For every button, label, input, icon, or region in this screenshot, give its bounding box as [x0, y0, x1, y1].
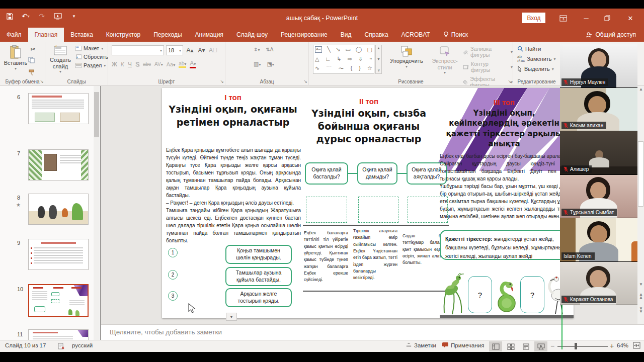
question-box-2[interactable]: ? — [520, 276, 544, 313]
video-tile-4[interactable]: Тұрсынәлі Сымбат — [560, 175, 637, 219]
arc-shape-icon[interactable]: ⌒ — [326, 65, 332, 72]
dialog-launcher-icon[interactable]: ↘ — [303, 79, 307, 84]
group1-heading[interactable]: Үзіндіні оқып, оқиғаны ретімен орналасты… — [167, 103, 299, 129]
scribble-shape-icon[interactable]: ∿ — [315, 65, 319, 72]
restore-button[interactable] — [597, 9, 618, 28]
slide-thumbnail-9[interactable] — [28, 239, 89, 270]
video-tile-2[interactable]: Касым алихан — [560, 88, 637, 132]
step-3-number[interactable]: 3 — [168, 291, 178, 301]
down-arrow-shape-icon[interactable]: ⇩ — [358, 56, 363, 62]
strikethrough-button[interactable]: abc — [143, 61, 151, 67]
dialog-launcher-icon[interactable]: ↘ — [40, 79, 44, 84]
paste-button[interactable]: Вставить▾ — [4, 45, 27, 71]
group2-heading[interactable]: Үзіндіні оқып, сызба бойынша оқиғаны дұр… — [303, 107, 435, 146]
zoom-slider-track[interactable] — [557, 346, 608, 347]
tab-animations[interactable]: Анимация — [189, 28, 230, 42]
quick-styles-button[interactable]: Экспресс-стили▾ — [429, 45, 461, 75]
shrink-font-icon[interactable]: A▾ — [197, 47, 206, 54]
notes-toggle-button[interactable]: Заметки — [406, 342, 436, 348]
font-name-combo[interactable]: ▾ — [112, 45, 164, 55]
triangle-shape-icon[interactable]: △ — [315, 56, 319, 62]
group3-heading[interactable]: Үзіндіні оқып, кейіпкерлердің әрекетін қ… — [438, 108, 571, 149]
tab-review[interactable]: Рецензирование — [274, 28, 334, 42]
tab-insert[interactable]: Вставка — [64, 28, 100, 42]
oval-shape-icon[interactable]: ◯ — [356, 46, 362, 53]
right-brace-shape-icon[interactable]: } — [359, 65, 361, 72]
save-icon[interactable] — [5, 12, 14, 21]
snippet-1[interactable]: Еңбек балаларға тәттілігі тіл үйіретін қ… — [304, 230, 348, 284]
copy-icon[interactable] — [28, 56, 38, 65]
format-painter-icon[interactable] — [28, 69, 38, 78]
reset-button[interactable]: Сбросить — [75, 54, 108, 60]
rounded-rect-shape-icon[interactable]: ▢ — [367, 46, 372, 53]
layout-button[interactable]: Макет▾ — [75, 45, 108, 51]
tab-design[interactable]: Конструктор — [100, 28, 147, 42]
cut-icon[interactable]: ✂ — [28, 46, 38, 53]
empty-dashed-box-2[interactable] — [358, 197, 398, 223]
slide-thumbnail-6[interactable] — [28, 93, 89, 124]
zoom-out-button[interactable]: − — [550, 342, 554, 350]
new-slide-button[interactable]: Создать слайд▾ — [47, 45, 73, 74]
line-shape-icon[interactable]: ╲ — [327, 46, 331, 53]
arrow-shape-icon[interactable]: ↘ — [336, 46, 340, 53]
slide-counter[interactable]: Слайд 10 из 17 — [5, 342, 46, 348]
columns-icon[interactable]: ▥▾ — [254, 61, 261, 67]
question-box-1[interactable]: ? — [468, 276, 492, 313]
tab-file[interactable]: Файл — [0, 28, 28, 42]
group3-label[interactable]: III топ — [441, 98, 567, 107]
zoom-level[interactable]: 64% — [617, 342, 628, 348]
share-button[interactable]: Общий доступ — [582, 28, 640, 42]
answer-box-1[interactable]: Қоңыз тамшымен шөлін қандырады. — [225, 245, 292, 264]
mantis-image[interactable] — [440, 273, 465, 315]
star-shape-icon[interactable]: ☆ — [367, 65, 372, 72]
language-indicator[interactable]: русский — [72, 342, 93, 348]
bold-button[interactable]: Ж — [112, 61, 117, 68]
sign-in-button[interactable]: Вход — [522, 13, 545, 23]
change-case-button[interactable]: Aa▾ — [167, 61, 175, 67]
next-slide-icon[interactable]: ▼▼ — [639, 307, 643, 313]
comments-toggle-button[interactable]: Примечания — [442, 342, 484, 348]
elbow-shape-icon[interactable]: ∟ — [326, 56, 331, 62]
find-button[interactable]: Найти — [517, 46, 556, 52]
notes-pane[interactable]: ▼ Щелкните, чтобы добавить заметки — [101, 324, 644, 340]
char-spacing-button[interactable]: AV▾ — [154, 61, 163, 67]
video-tile-5[interactable]: Islam Kenen — [560, 218, 637, 262]
section-button[interactable]: Раздел▾ — [75, 62, 108, 68]
grow-font-icon[interactable]: A▴ — [185, 47, 195, 54]
fit-to-window-icon[interactable] — [633, 342, 640, 350]
select-button[interactable]: Выделить▾ — [517, 66, 556, 72]
required-phrases-box[interactable]: Қажетті тіркестер: жәндіктерді ұстап жей… — [440, 230, 572, 260]
answer-box-3[interactable]: Арқасын желге тостырып қояды. — [225, 288, 292, 307]
splitter-collapse-icon[interactable]: ▼ — [226, 313, 237, 321]
snippet-2[interactable]: Тіршілік атаулыға ғажайып өмір сыйлағысы… — [353, 228, 397, 282]
tell-me-search[interactable]: Поиск — [437, 28, 474, 42]
left-brace-shape-icon[interactable]: { — [351, 65, 353, 72]
line-spacing-icon[interactable]: ⇕▾ — [254, 47, 260, 52]
dialog-launcher-icon[interactable]: ↘ — [508, 79, 512, 84]
reading-view-button[interactable] — [519, 341, 532, 351]
textbox-shape-icon[interactable]: A≡ — [315, 46, 322, 53]
pie-shape-icon[interactable]: ◔ — [369, 56, 372, 62]
text-shadow-button[interactable]: S — [135, 61, 139, 68]
clear-formatting-icon[interactable]: A⃠ — [208, 47, 218, 54]
shape-fill-button[interactable]: Заливка фигуры▾ — [463, 46, 513, 58]
ribbon-display-options-icon[interactable] — [552, 9, 574, 28]
step-2-number[interactable]: 2 — [168, 270, 178, 280]
start-slideshow-icon[interactable] — [53, 12, 62, 21]
scroll-up-icon[interactable]: ▲ — [639, 87, 643, 92]
slide-sorter-view-button[interactable] — [504, 341, 517, 351]
tab-view[interactable]: Вид — [334, 28, 358, 42]
text-direction-icon[interactable]: ⇅A — [266, 47, 273, 52]
scroll-down-icon[interactable]: ▼ — [639, 282, 643, 287]
shapes-gallery-scrollbar[interactable]: ▲▼⊽ — [375, 45, 382, 74]
thumbnail-scrollbar[interactable] — [94, 86, 100, 340]
flow-box-1[interactable]: Оқиға қалай басталды? — [305, 162, 348, 185]
group3-paragraph[interactable]: Еңбек енді бағбан досы өсірген бау-бақша… — [440, 152, 572, 220]
underline-button[interactable]: Ч — [128, 61, 132, 68]
close-button[interactable]: ✕ — [620, 9, 641, 28]
italic-button[interactable]: К — [121, 61, 124, 68]
smartart-convert-icon[interactable]: ⬔▾ — [267, 61, 274, 67]
slide-thumbnail-10-selected[interactable] — [28, 284, 89, 317]
tab-acrobat[interactable]: ACROBAT — [395, 28, 437, 42]
shapes-gallery[interactable]: A≡ ╲ ↘ ▭ ◯ ▢ △ ∟ ↳ ⇨ ⇩ ◔ ∿ ⌒ — [313, 45, 374, 74]
